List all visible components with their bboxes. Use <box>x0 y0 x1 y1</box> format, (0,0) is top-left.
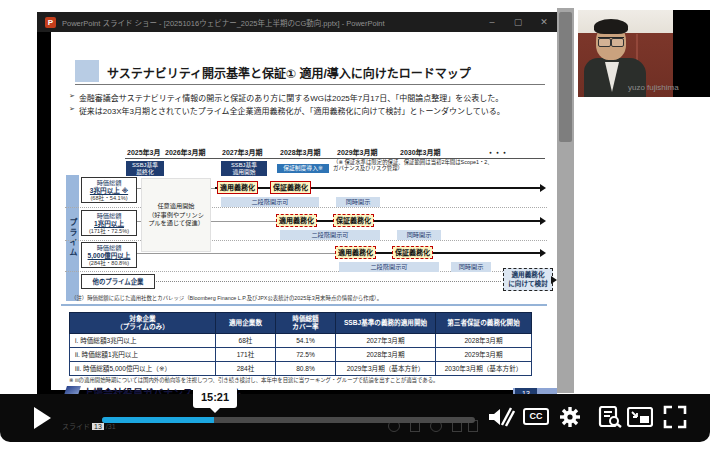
other-prime-box: 他のプライム企業 <box>81 274 155 289</box>
row4-lead-line <box>135 281 501 282</box>
row2-assure-box: 保証義務化 <box>333 214 374 227</box>
speaker-webcam: yuzo fujishima <box>578 10 710 97</box>
play-button[interactable] <box>34 407 51 429</box>
row1-band-simultaneous: 同時開示 <box>336 197 380 207</box>
row3-lead-line <box>135 253 335 254</box>
speaker-name-label: yuzo fujishima <box>628 83 679 92</box>
fullscreen-icon[interactable] <box>663 405 687 429</box>
cap-box-500b: 時価総額 5,000億円以上 (284社・80.8%) <box>81 242 137 268</box>
row2-arrowhead <box>540 217 546 225</box>
assurance-note: （※ 保証水準は限定的保証、保証範囲は当初2年間はScope1・2、 ガバナンス… <box>333 159 545 172</box>
seek-bar[interactable] <box>102 417 475 423</box>
slide-number-box: 13 <box>92 423 104 430</box>
col-header-ssbj-start: SSBJ基準の義務的適用開始 <box>336 313 436 334</box>
year-2029: 2029年3月期 <box>337 147 377 157</box>
maximize-button[interactable]: ▢ <box>505 12 531 32</box>
row3-band-two-step: 二段階開示可 <box>339 262 439 272</box>
title-underline <box>75 84 545 85</box>
row2-apply-box: 適用義務化 <box>276 214 317 227</box>
bullet-marker: ➢ <box>69 92 75 103</box>
volume-muted-icon[interactable] <box>487 405 515 429</box>
row1-arrowhead <box>540 184 546 192</box>
prime-segment-label: プライム <box>66 175 79 301</box>
summary-table: 対象企業 （プライムのみ） 適用企業数 時価総額 カバー率 SSBJ基準の義務的… <box>69 312 532 376</box>
table-row: iii. 時価総額5,000億円以上（※）284社 80.8%2029年3月期（… <box>70 361 532 375</box>
year-2025: 2025年3月 <box>127 147 160 157</box>
row3-apply-box: 適用義務化 <box>335 246 376 259</box>
year-2026: 2026年3月期 <box>165 147 205 157</box>
section-divider <box>61 304 547 306</box>
milestone-ssbj-final: SSBJ基準 最終化 <box>126 161 164 176</box>
seek-time-tooltip: 15:21 <box>193 387 237 408</box>
row3-band-simultaneous: 同時開示 <box>451 262 491 272</box>
diagram-note: （注）時価総額に応じた適用社数とカバレッジ（Bloomberg Finance … <box>71 294 541 302</box>
consider-obligation-box: 適用義務化 に向けて検討 <box>503 268 553 291</box>
video-player-controls: スライド 13 /31 CC <box>0 394 710 442</box>
minimize-button[interactable]: – <box>479 12 505 32</box>
row2-band-simultaneous: 同時開示 <box>397 230 441 240</box>
cc-button[interactable]: CC <box>523 408 549 425</box>
cap-box-1t: 時価総額 1兆円以上 (171社・72.5%) <box>81 210 137 236</box>
year-2027: 2027年3月期 <box>222 147 262 157</box>
cap-box-3t: 時価総額 3兆円以上 ※ (68社・54.1%) <box>81 177 137 203</box>
col-header-coverage: 時価総額 カバー率 <box>276 313 336 334</box>
bullet-1: ➢ 金融審議会サステナビリティ情報の開示と保証のあり方に関するWGは2025年7… <box>69 92 549 103</box>
col-header-count: 適用企業数 <box>216 313 276 334</box>
year-2028: 2028年3月期 <box>280 147 320 157</box>
close-button[interactable]: ✕ <box>531 12 557 32</box>
row-divider <box>65 240 547 241</box>
powerpoint-window: P PowerPoint スライド ショー - [20251016ウェビナー_2… <box>37 12 557 437</box>
picture-in-picture-icon[interactable] <box>627 407 653 427</box>
bullet-2: ➢ 従来は203X年3月期とされていたプライム全企業適用義務化が、「適用義務化に… <box>69 105 549 116</box>
row3-arrowhead <box>540 249 546 257</box>
table-row: i. 時価総額3兆円以上68社 54.1%2027年3月期2028年3月期 <box>70 333 532 347</box>
row1-band-two-step: 二段階開示可 <box>221 197 319 207</box>
table-row: ii. 時価総額1兆円以上171社 72.5%2028年3月期2029年3月期 <box>70 347 532 361</box>
speaker-glasses <box>598 37 624 45</box>
milestone-assurance-system: 保証制度導入※ <box>277 164 329 173</box>
row1-assure-box: 保証義務化 <box>270 181 311 194</box>
window-title: PowerPoint スライド ショー - [20251016ウェビナー_202… <box>62 17 479 28</box>
row2-band-two-step: 二段階開示可 <box>280 230 380 240</box>
row1-arrow-line <box>215 187 540 189</box>
table-footnote: ※ iiiの適用開始時期については国内外の動向等を注視しつつ、引き続き検討し、本… <box>69 376 539 384</box>
seek-progress <box>102 417 214 423</box>
row-divider <box>65 207 547 208</box>
row1-apply-box: 適用義務化 <box>217 181 258 194</box>
scrollbar[interactable] <box>557 8 574 393</box>
milestone-ssbj-apply: SSBJ基準 適用開始 <box>221 161 267 176</box>
voluntary-application-box: 任意適用開始 （好事例やプリンシ プルを通じて促進） <box>141 178 211 252</box>
transcript-search-icon[interactable] <box>598 406 622 428</box>
scrollbar-thumb[interactable] <box>559 12 572 142</box>
powerpoint-icon: P <box>45 17 56 28</box>
bullet-marker: ➢ <box>69 105 75 116</box>
title-accent-square <box>75 60 99 82</box>
settings-gear-icon[interactable] <box>559 406 581 428</box>
slide-title: サステナビリティ開示基準と保証① 適用/導入に向けたロードマップ <box>107 64 547 81</box>
slide: サステナビリティ開示基準と保証① 適用/導入に向けたロードマップ ➢ 金融審議会… <box>51 32 557 390</box>
window-titlebar: P PowerPoint スライド ショー - [20251016ウェビナー_2… <box>37 12 557 32</box>
col-header-company: 対象企業 （プライムのみ） <box>70 313 216 334</box>
col-header-assurance-start: 第三者保証の義務化開始 <box>436 313 532 334</box>
speaker-hair <box>594 19 628 34</box>
year-more: ・・・ <box>487 147 508 157</box>
row3-assure-box: 保証義務化 <box>392 246 433 259</box>
year-2030: 2030年3月期 <box>400 147 440 157</box>
